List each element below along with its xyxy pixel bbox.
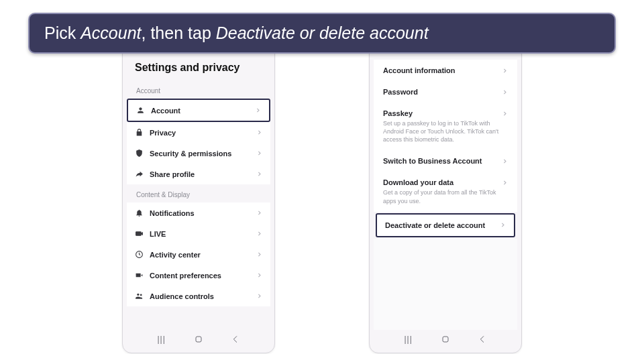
svg-rect-6	[443, 337, 448, 342]
lock-icon	[135, 128, 144, 137]
menu-item-notifications[interactable]: Notifications	[127, 202, 270, 223]
row-account-information[interactable]: Account information	[374, 60, 517, 81]
nav-recent-button[interactable]: |||	[403, 334, 414, 345]
row-password[interactable]: Password	[374, 81, 517, 103]
menu-item-live[interactable]: LIVE	[127, 223, 270, 244]
row-title: Passkey	[383, 109, 413, 117]
nav-recent-button[interactable]: |||	[156, 334, 167, 345]
menu-item-privacy[interactable]: Privacy	[127, 122, 270, 143]
row-title: Switch to Business Account	[383, 157, 482, 165]
chevron-right-icon	[256, 171, 262, 177]
section-header-content: Content & Display	[127, 184, 270, 202]
svg-point-1	[136, 251, 143, 258]
menu-label: Share profile	[150, 170, 250, 178]
chevron-right-icon	[502, 180, 508, 186]
menu-item-share-profile[interactable]: Share profile	[127, 164, 270, 184]
nav-home-button[interactable]	[440, 334, 451, 345]
menu-label: Security & permissions	[150, 150, 250, 158]
instruction-banner: Pick Account, then tap Deactivate or del…	[28, 13, 616, 54]
empty-space	[374, 239, 517, 330]
chevron-right-icon	[255, 107, 261, 113]
instruction-text-prefix: Pick	[44, 23, 80, 42]
menu-label: Audience controls	[150, 292, 250, 300]
row-subtitle: Get a copy of your data from all the Tik…	[383, 186, 508, 204]
nav-back-button[interactable]	[477, 334, 488, 345]
chevron-right-icon	[502, 158, 508, 164]
chevron-right-icon	[500, 222, 506, 228]
svg-rect-5	[196, 337, 201, 342]
chevron-right-icon	[256, 251, 262, 257]
video-icon	[135, 271, 144, 280]
chevron-right-icon	[256, 231, 262, 237]
people-icon	[135, 292, 144, 300]
android-nav-bar: |||	[127, 330, 270, 349]
menu-label: Account	[151, 107, 249, 115]
instruction-text-mid: , then tap	[142, 23, 216, 42]
menu-label: LIVE	[150, 230, 250, 238]
bell-icon	[135, 209, 144, 217]
svg-point-3	[137, 294, 139, 296]
svg-rect-2	[136, 274, 141, 277]
instruction-em-account: Account	[80, 23, 141, 42]
android-nav-bar: |||	[374, 330, 517, 349]
chevron-right-icon	[256, 150, 262, 156]
menu-label: Activity center	[150, 251, 250, 259]
chevron-right-icon	[256, 210, 262, 216]
chevron-right-icon	[502, 89, 508, 95]
row-passkey[interactable]: Passkey Set up a passkey to log in to Ti…	[374, 103, 517, 150]
row-title: Deactivate or delete account	[385, 221, 485, 229]
row-switch-business[interactable]: Switch to Business Account	[374, 150, 517, 172]
row-title: Download your data	[383, 178, 453, 186]
menu-item-content-preferences[interactable]: Content preferences	[127, 265, 270, 286]
nav-back-button[interactable]	[230, 334, 241, 345]
menu-item-security[interactable]: Security & permissions	[127, 143, 270, 164]
menu-label: Content preferences	[150, 272, 250, 280]
menu-label: Notifications	[150, 209, 250, 217]
clock-icon	[135, 250, 144, 259]
svg-point-4	[140, 294, 142, 296]
menu-item-activity-center[interactable]: Activity center	[127, 244, 270, 265]
chevron-right-icon	[256, 293, 262, 299]
phone-right: Account information Password Passkey	[369, 20, 522, 353]
svg-rect-0	[136, 232, 142, 235]
shield-icon	[135, 149, 144, 158]
menu-label: Privacy	[150, 129, 250, 137]
chevron-right-icon	[502, 68, 508, 74]
chevron-right-icon	[256, 272, 262, 278]
nav-home-button[interactable]	[193, 334, 204, 345]
row-subtitle: Set up a passkey to log in to TikTok wit…	[383, 117, 508, 143]
menu-item-audience-controls[interactable]: Audience controls	[127, 286, 270, 306]
menu-item-account[interactable]: Account	[127, 99, 270, 122]
chevron-right-icon	[502, 111, 508, 117]
phone-left: Settings and privacy Account Account	[122, 20, 275, 353]
chevron-right-icon	[256, 129, 262, 135]
share-icon	[135, 170, 144, 178]
row-title: Password	[383, 88, 418, 96]
section-header-account: Account	[127, 80, 270, 99]
row-download-data[interactable]: Download your data Get a copy of your da…	[374, 172, 517, 211]
person-icon	[136, 106, 145, 115]
row-deactivate-delete[interactable]: Deactivate or delete account	[376, 213, 515, 237]
instruction-em-deactivate: Deactivate or delete account	[216, 23, 429, 42]
row-title: Account information	[383, 66, 455, 74]
live-icon	[135, 229, 144, 238]
